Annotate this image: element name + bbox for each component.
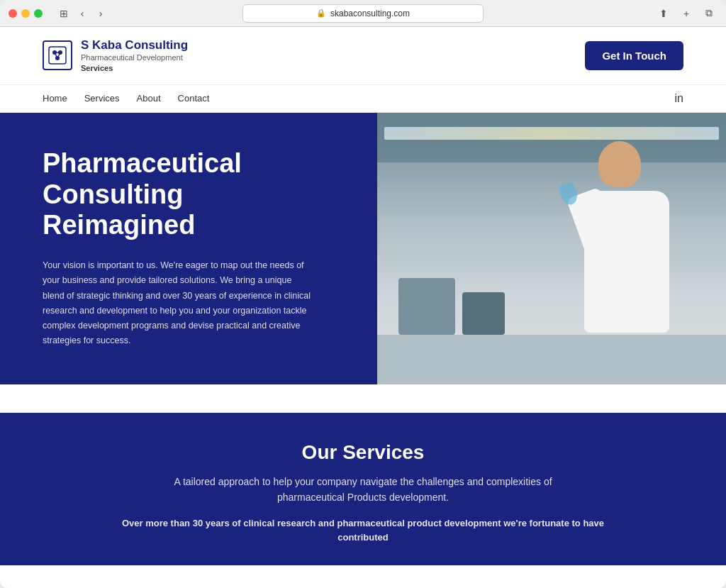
new-tab-button[interactable]: + [678, 5, 695, 22]
logo-area: S Kaba Consulting Pharmaceutical Develop… [43, 38, 188, 73]
address-bar[interactable]: 🔒 skabaconsulting.com [242, 4, 484, 23]
back-button[interactable]: ‹ [74, 5, 91, 22]
scientist-arm [566, 187, 623, 265]
sidebar-toggle-button[interactable]: ⊞ [55, 5, 72, 22]
browser-content: S Kaba Consulting Pharmaceutical Develop… [0, 27, 726, 588]
browser-nav: ⊞ ‹ › [55, 5, 109, 22]
site-header: S Kaba Consulting Pharmaceutical Develop… [0, 27, 726, 85]
logo-text: S Kaba Consulting Pharmaceutical Develop… [81, 38, 188, 73]
get-in-touch-button[interactable]: Get In Touch [585, 41, 683, 70]
hero-body: Your vision is important to us. We're ea… [43, 258, 312, 349]
nav-about[interactable]: About [137, 93, 161, 104]
minimize-button[interactable] [21, 9, 30, 18]
nav-contact[interactable]: Contact [178, 93, 210, 104]
hero-title: Pharmaceutical Consulting Reimagined [43, 148, 335, 241]
url-text: skabaconsulting.com [330, 9, 410, 18]
services-section: Our Services A tailored approach to help… [0, 413, 726, 566]
lab-equipment-2 [462, 292, 505, 335]
spacer [0, 384, 726, 413]
lock-icon: 🔒 [316, 9, 326, 18]
lab-equipment-1 [398, 278, 455, 335]
nav-links: Home Services About Contact [43, 93, 209, 104]
scientist-body [584, 191, 669, 333]
svg-rect-0 [49, 47, 66, 64]
share-button[interactable]: ⬆ [655, 5, 672, 22]
nav-home[interactable]: Home [43, 93, 67, 104]
scientist-figure [570, 134, 683, 333]
forward-button[interactable]: › [92, 5, 109, 22]
company-tagline1: Pharmaceutical Development [81, 52, 188, 62]
company-tagline2: Services [81, 63, 188, 73]
services-subtitle: A tailored approach to help your company… [157, 474, 569, 506]
nav-services[interactable]: Services [84, 93, 120, 104]
site-nav: Home Services About Contact in [0, 85, 726, 113]
close-button[interactable] [9, 9, 17, 18]
maximize-button[interactable] [34, 9, 43, 18]
hero-left: Pharmaceutical Consulting Reimagined You… [0, 113, 377, 384]
hero-section: Pharmaceutical Consulting Reimagined You… [0, 113, 726, 384]
logo-icon [43, 40, 72, 70]
logo-svg [48, 45, 67, 65]
tabs-button[interactable]: ⧉ [700, 5, 717, 22]
lab-scene [377, 113, 726, 384]
window-chrome: ⊞ ‹ › 🔒 skabaconsulting.com ⬆ + ⧉ [0, 0, 726, 27]
window-controls [9, 9, 43, 18]
services-title: Our Services [43, 441, 683, 464]
linkedin-icon[interactable]: in [675, 92, 683, 105]
hero-image-area [377, 113, 726, 384]
window-actions: ⬆ + ⧉ [655, 5, 717, 22]
services-description: Over more than 30 years of clinical rese… [115, 516, 611, 544]
lab-counter [377, 335, 726, 384]
scientist-head [598, 141, 641, 187]
company-name: S Kaba Consulting [81, 38, 188, 52]
